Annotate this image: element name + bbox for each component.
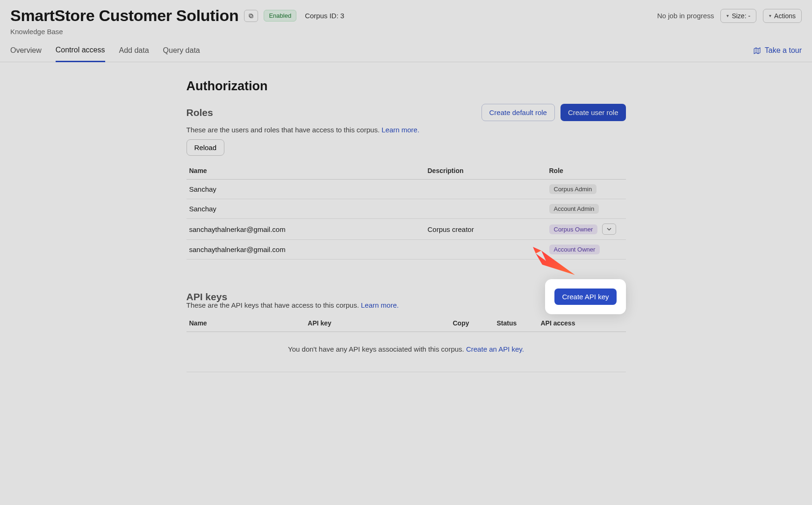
cell-role: Corpus Owner (546, 219, 626, 240)
page-title: SmartStore Customer Solution (10, 7, 238, 25)
learn-more-api-link[interactable]: Learn more. (361, 301, 399, 309)
corpus-id-label: Corpus ID: 3 (305, 12, 344, 20)
svg-rect-1 (249, 14, 252, 16)
cell-description (424, 180, 546, 199)
table-row: sanchaythalnerkar@gmail.comAccount Owner (187, 240, 626, 260)
tab-overview[interactable]: Overview (10, 46, 42, 61)
role-dropdown-trigger[interactable] (602, 224, 616, 235)
cell-name: sanchaythalnerkar@gmail.com (187, 240, 425, 260)
tab-control-access[interactable]: Control access (56, 46, 105, 62)
create-api-key-highlight: Create API key (545, 279, 625, 314)
role-badge: Account Admin (549, 204, 599, 214)
roles-heading: Roles (187, 107, 213, 118)
table-row: sanchaythalnerkar@gmail.comCorpus creato… (187, 219, 626, 240)
role-badge: Corpus Owner (549, 224, 598, 234)
authorization-heading: Authorization (187, 79, 626, 94)
cell-role: Account Admin (546, 199, 626, 219)
col-description: Description (424, 162, 546, 180)
actions-label: Actions (774, 12, 796, 20)
api-keys-table: Name API key Copy Status API access (187, 315, 626, 332)
job-status: No job in progress (657, 12, 714, 20)
api-col-name: Name (187, 315, 305, 332)
chevron-down-icon: ▾ (769, 13, 771, 18)
api-col-copy: Copy (450, 315, 494, 332)
svg-marker-2 (754, 48, 760, 54)
map-icon (753, 47, 761, 55)
tab-query-data[interactable]: Query data (163, 46, 200, 61)
cell-description (424, 199, 546, 219)
breadcrumb-subtitle: Knowledge Base (10, 28, 812, 36)
status-badge: Enabled (264, 10, 296, 22)
role-badge: Account Owner (549, 245, 600, 254)
roles-description: These are the users and roles that have … (187, 126, 626, 134)
create-user-role-button[interactable]: Create user role (560, 104, 626, 121)
tour-label: Take a tour (765, 46, 802, 55)
size-dropdown[interactable]: ▾ Size: - (720, 9, 756, 23)
svg-rect-0 (250, 14, 253, 17)
col-role: Role (546, 162, 626, 180)
cell-name: Sanchay (187, 180, 425, 199)
api-keys-heading: API keys (187, 291, 228, 303)
role-badge: Corpus Admin (549, 184, 597, 194)
chevron-down-icon: ▾ (726, 13, 729, 18)
table-row: SanchayCorpus Admin (187, 180, 626, 199)
cell-role: Corpus Admin (546, 180, 626, 199)
learn-more-roles-link[interactable]: Learn more. (381, 126, 419, 134)
cell-name: sanchaythalnerkar@gmail.com (187, 219, 425, 240)
create-api-key-button[interactable]: Create API key (554, 289, 616, 305)
take-a-tour-link[interactable]: Take a tour (753, 46, 802, 61)
actions-dropdown[interactable]: ▾ Actions (763, 9, 802, 23)
cell-description: Corpus creator (424, 219, 546, 240)
cell-role: Account Owner (546, 240, 626, 260)
col-name: Name (187, 162, 425, 180)
table-row: SanchayAccount Admin (187, 199, 626, 219)
api-col-status: Status (494, 315, 538, 332)
api-col-access: API access (538, 315, 625, 332)
chevron-down-icon (607, 227, 611, 231)
size-label: Size: - (732, 12, 750, 20)
roles-table: Name Description Role SanchayCorpus Admi… (187, 162, 626, 260)
api-col-key: API key (305, 315, 450, 332)
reload-button[interactable]: Reload (187, 139, 225, 156)
api-empty-state: You don't have any API keys associated w… (187, 332, 626, 372)
cell-name: Sanchay (187, 199, 425, 219)
copy-icon (248, 13, 254, 19)
tab-add-data[interactable]: Add data (119, 46, 149, 61)
copy-title-button[interactable] (244, 10, 258, 22)
cell-description (424, 240, 546, 260)
create-default-role-button[interactable]: Create default role (481, 104, 555, 121)
create-api-key-link[interactable]: Create an API key. (466, 345, 524, 353)
